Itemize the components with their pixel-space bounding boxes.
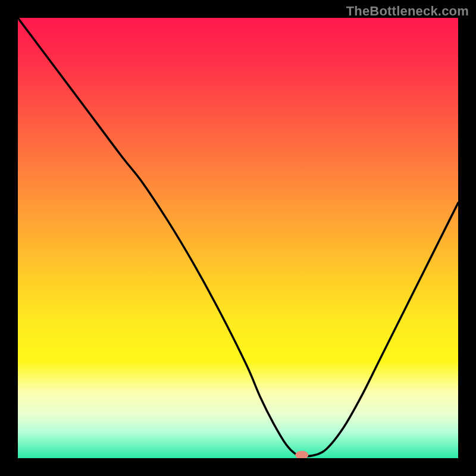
watermark-text: TheBottleneck.com bbox=[346, 4, 469, 19]
chart-container: TheBottleneck.com bbox=[0, 0, 476, 476]
plot-area bbox=[18, 18, 458, 458]
minimum-marker bbox=[295, 451, 308, 458]
bottleneck-curve bbox=[18, 18, 458, 456]
curve-svg bbox=[18, 18, 458, 458]
